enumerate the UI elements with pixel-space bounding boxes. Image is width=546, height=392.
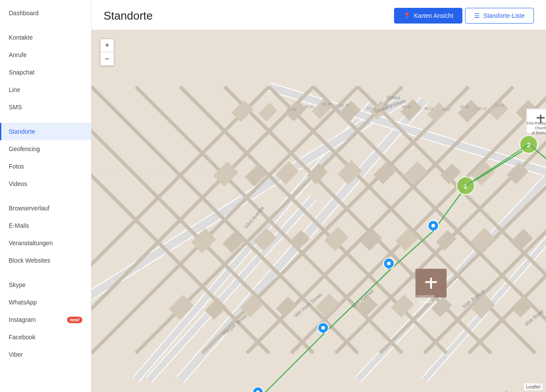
sidebar-item-snapchat[interactable]: Snapchat [0, 64, 91, 81]
sidebar-item-sms[interactable]: SMS [0, 98, 91, 116]
sidebar-item-label: Standorte [9, 128, 35, 135]
svg-text:Church: Church [535, 126, 546, 130]
sidebar: DashboardKontakteAnrufeSnapchatLineSMSSt… [0, 0, 91, 392]
svg-text:86-29: 86-29 [340, 104, 349, 108]
sidebar-divider [0, 269, 91, 276]
sidebar-item-label: Skype [9, 281, 26, 288]
sidebar-item-skype[interactable]: Skype [0, 276, 91, 294]
svg-text:Church: Church [419, 300, 432, 304]
sidebar-item-dashboard[interactable]: Dashboard [0, 4, 91, 22]
sidebar-item-label: SMS [9, 104, 22, 111]
sidebar-item-instagram[interactable]: Instagramnew! [0, 311, 91, 328]
sidebar-item-label: WhatsApp [9, 299, 37, 306]
svg-text:86-25: 86-25 [402, 105, 411, 109]
karten-ansicht-button[interactable]: 📍Karten Ansicht [394, 8, 462, 24]
sidebar-item-standorte[interactable]: Standorte [0, 123, 91, 140]
sidebar-item-anrufe[interactable]: Anrufe [0, 46, 91, 64]
svg-text:53-08: 53-08 [460, 105, 469, 109]
sidebar-item-label: Fotos [9, 163, 24, 170]
view-toggle: 📍Karten Ansicht☰Standorte-Liste [394, 8, 534, 24]
zoom-out-button[interactable]: − [101, 52, 114, 65]
zoom-controls: + − [100, 39, 114, 66]
sidebar-item-label: E-Mails [9, 222, 29, 229]
sidebar-item-label: Browserverlauf [9, 205, 49, 212]
sidebar-item-fotos[interactable]: Fotos [0, 158, 91, 175]
sidebar-item-label: Snapchat [9, 69, 34, 76]
svg-point-124 [431, 224, 435, 227]
sidebar-item-geofencing[interactable]: Geofencing [0, 140, 91, 158]
svg-text:86-27: 86-27 [384, 104, 394, 108]
svg-text:53-12: 53-12 [478, 107, 487, 111]
sidebar-item-e-mails[interactable]: E-Mails [0, 217, 91, 234]
map-pin-icon: 📍 [403, 12, 411, 19]
sidebar-item-label: Kontakte [9, 34, 33, 41]
svg-text:86-30: 86-30 [322, 102, 331, 106]
sidebar-divider [0, 193, 91, 199]
svg-text:of Elmhurst: of Elmhurst [532, 131, 546, 135]
svg-text:53-13: 53-13 [495, 104, 505, 108]
svg-text:86-21: 86-21 [425, 107, 434, 111]
sidebar-item-label: Viber [9, 351, 23, 358]
sidebar-divider [0, 22, 91, 29]
svg-text:2: 2 [464, 183, 467, 190]
sidebar-item-whatsapp[interactable]: WhatsApp [0, 294, 91, 311]
svg-text:Ascension: Ascension [417, 294, 435, 298]
page-title: Standorte [104, 9, 153, 23]
sidebar-item-veranstaltungen[interactable]: Veranstaltungen [0, 234, 91, 252]
svg-point-121 [387, 262, 391, 265]
sidebar-item-kontakte[interactable]: Kontakte [0, 29, 91, 46]
map-attribution: Leaflet [524, 383, 543, 390]
list-icon: ☰ [474, 12, 480, 19]
sidebar-item-line[interactable]: Line [0, 81, 91, 98]
sidebar-item-videos[interactable]: Videos [0, 175, 91, 193]
sidebar-item-label: Dashboard [9, 10, 39, 17]
svg-text:52-09: 52-09 [287, 108, 296, 112]
sidebar-item-facebook[interactable]: Facebook [0, 328, 91, 346]
standorte-liste-button[interactable]: ☰Standorte-Liste [465, 8, 534, 24]
sidebar-item-viber[interactable]: Viber [0, 346, 91, 363]
sidebar-item-label: Geofencing [9, 145, 40, 152]
sidebar-item-block-websites[interactable]: Block Websites [0, 252, 91, 269]
sidebar-item-label: Instagram [9, 316, 36, 323]
svg-point-118 [321, 326, 325, 330]
sidebar-item-label: Block Websites [9, 257, 50, 264]
new-badge: new! [67, 317, 82, 323]
sidebar-item-label: Videos [9, 180, 27, 187]
sidebar-divider [0, 116, 91, 123]
sidebar-item-browserverlauf[interactable]: Browserverlauf [0, 199, 91, 217]
sidebar-item-label: Anrufe [9, 51, 27, 58]
main-content: Standorte 📍Karten Ansicht☰Standorte-List… [91, 0, 546, 392]
map-background: 54th Avenue Van Horn Street Haspel Stree… [91, 30, 546, 392]
svg-text:Van Horn Street: Van Horn Street [479, 389, 509, 392]
svg-text:86-24: 86-24 [367, 107, 376, 111]
map-container: 54th Avenue Van Horn Street Haspel Stree… [91, 30, 546, 392]
svg-text:First Presbyterian: First Presbyterian [527, 122, 546, 125]
svg-text:86-22: 86-22 [304, 105, 313, 109]
sidebar-item-label: Veranstaltungen [9, 240, 53, 247]
sidebar-item-label: Facebook [9, 334, 35, 341]
zoom-in-button[interactable]: + [101, 39, 114, 52]
sidebar-item-label: Line [9, 86, 20, 93]
svg-text:School: School [387, 95, 400, 100]
page-header: Standorte 📍Karten Ansicht☰Standorte-List… [91, 0, 546, 30]
svg-text:86-17: 86-17 [442, 108, 451, 112]
